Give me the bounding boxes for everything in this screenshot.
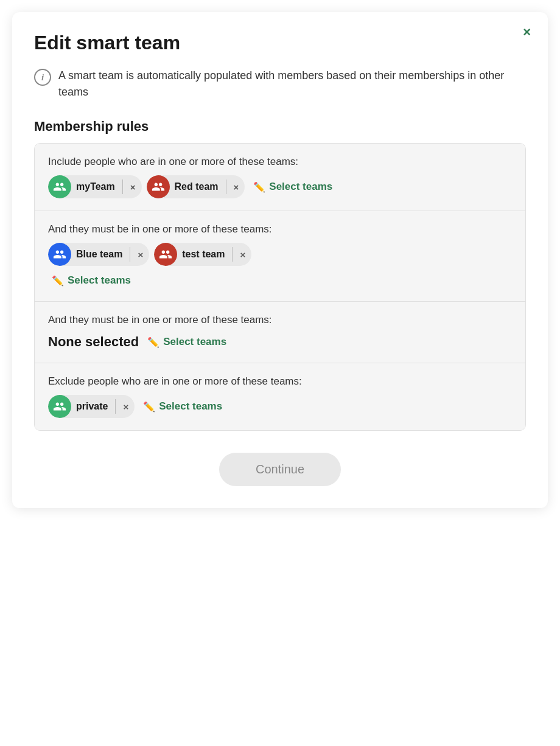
team-icon-redteam bbox=[147, 175, 170, 198]
team-icon-myteam bbox=[48, 175, 71, 198]
rule-and-1-tags: Blue team × test team × bbox=[48, 243, 512, 266]
rule-exclude-tags: private × ✏️ Select teams bbox=[48, 395, 512, 418]
select-teams-label: Select teams bbox=[163, 336, 226, 348]
rule-and-1-label: And they must be in one or more of these… bbox=[48, 223, 512, 235]
rule-exclude: Exclude people who are in one or more of… bbox=[35, 363, 525, 430]
team-name-private: private bbox=[71, 401, 114, 412]
edit-smart-team-modal: × Edit smart team i A smart team is auto… bbox=[12, 12, 548, 508]
remove-redteam-button[interactable]: × bbox=[228, 183, 245, 192]
select-teams-label: Select teams bbox=[159, 400, 222, 413]
info-text: A smart team is automatically populated … bbox=[58, 68, 526, 100]
pencil-icon: ✏️ bbox=[147, 336, 159, 348]
select-teams-label: Select teams bbox=[269, 181, 332, 193]
team-tag: private × bbox=[48, 395, 135, 418]
continue-button[interactable]: Continue bbox=[219, 453, 341, 486]
team-icon-private bbox=[48, 395, 71, 418]
divider bbox=[122, 180, 123, 194]
divider bbox=[130, 247, 130, 262]
team-icon-testteam bbox=[154, 243, 177, 266]
rule-include: Include people who are in one or more of… bbox=[35, 144, 525, 211]
remove-blueteam-button[interactable]: × bbox=[131, 250, 149, 259]
select-teams-button-include[interactable]: ✏️ Select teams bbox=[250, 178, 336, 195]
remove-myteam-button[interactable]: × bbox=[124, 183, 142, 192]
team-icon-blueteam bbox=[48, 243, 71, 266]
rule-exclude-label: Exclude people who are in one or more of… bbox=[48, 375, 512, 388]
team-name-redteam: Red team bbox=[170, 181, 225, 192]
pencil-icon: ✏️ bbox=[52, 275, 64, 287]
divider bbox=[226, 180, 226, 194]
select-teams-label: Select teams bbox=[68, 274, 131, 287]
rule-and-1-select-row: ✏️ Select teams bbox=[48, 272, 512, 289]
none-selected-row: None selected ✏️ Select teams bbox=[48, 333, 512, 350]
rule-include-label: Include people who are in one or more of… bbox=[48, 156, 512, 168]
section-title: Membership rules bbox=[34, 119, 526, 134]
info-icon: i bbox=[34, 69, 51, 86]
modal-title: Edit smart team bbox=[34, 32, 526, 54]
select-teams-button-and2[interactable]: ✏️ Select teams bbox=[144, 333, 230, 350]
team-name-blueteam: Blue team bbox=[71, 249, 128, 260]
pencil-icon: ✏️ bbox=[253, 181, 265, 193]
none-selected-text: None selected bbox=[48, 334, 139, 350]
team-name-testteam: test team bbox=[177, 249, 231, 260]
close-button[interactable]: × bbox=[523, 26, 531, 39]
rule-include-tags: myTeam × Red team × ✏️ Select teams bbox=[48, 175, 512, 198]
team-tag: Blue team × bbox=[48, 243, 149, 266]
team-tag: test team × bbox=[154, 243, 251, 266]
rule-and-2: And they must be in one or more of these… bbox=[35, 302, 525, 363]
rule-and-2-label: And they must be in one or more of these… bbox=[48, 314, 512, 326]
select-teams-button-exclude[interactable]: ✏️ Select teams bbox=[139, 398, 226, 415]
team-name-myteam: myTeam bbox=[71, 181, 121, 192]
select-teams-button-and1[interactable]: ✏️ Select teams bbox=[48, 272, 135, 289]
team-tag: myTeam × bbox=[48, 175, 142, 198]
divider bbox=[232, 247, 233, 262]
pencil-icon: ✏️ bbox=[143, 401, 155, 413]
info-box: i A smart team is automatically populate… bbox=[34, 68, 526, 100]
divider bbox=[115, 399, 116, 414]
team-tag: Red team × bbox=[147, 175, 245, 198]
remove-private-button[interactable]: × bbox=[117, 402, 135, 411]
rules-container: Include people who are in one or more of… bbox=[34, 143, 526, 431]
rule-and-1: And they must be in one or more of these… bbox=[35, 211, 525, 302]
remove-testteam-button[interactable]: × bbox=[234, 250, 251, 259]
